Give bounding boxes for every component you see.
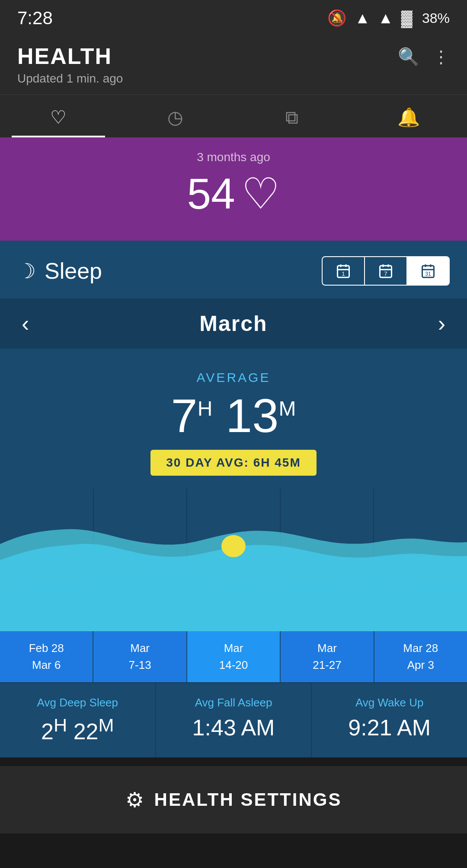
- status-icons: 🔕 ▲ ▲ ▓ 38%: [327, 9, 450, 27]
- sleep-card: ☽ Sleep 1 7: [0, 241, 467, 757]
- stat-wake-up-value: 9:21 AM: [320, 715, 458, 741]
- heart-number: 54: [187, 169, 235, 219]
- week-line1-1: Mar: [100, 640, 179, 657]
- sleep-header: ☽ Sleep 1 7: [0, 241, 467, 299]
- week-line2-3: 21-27: [288, 657, 366, 674]
- stats-row: Avg Deep Sleep 2H 22M Avg Fall Asleep 1:…: [0, 682, 467, 757]
- avg-m-label: M: [278, 397, 296, 420]
- menu-icon[interactable]: ⋮: [432, 47, 450, 67]
- tab-layers[interactable]: ⧉: [234, 95, 350, 137]
- stat-fall-asleep: Avg Fall Asleep 1:43 AM: [156, 683, 312, 757]
- cal-week-icon: 7: [378, 263, 393, 279]
- wifi-icon: ▲: [355, 9, 370, 27]
- cal-week-button[interactable]: 7: [365, 257, 407, 285]
- week-line2-2: 14-20: [194, 657, 273, 674]
- average-section: AVERAGE 7H 13M 30 DAY AVG: 6H 45M: [0, 349, 467, 476]
- cal-day-button[interactable]: 1: [323, 257, 365, 285]
- sleep-title-text: Sleep: [45, 258, 102, 284]
- cal-month-button[interactable]: 31: [407, 257, 449, 285]
- stat-wake-up: Avg Wake Up 9:21 AM: [312, 683, 467, 757]
- week-line1-0: Feb 28: [7, 640, 86, 657]
- week-block-1[interactable]: Mar 7-13: [93, 631, 187, 682]
- stat-deep-sleep-value: 2H 22M: [9, 715, 147, 744]
- svg-point-20: [221, 535, 246, 557]
- calendar-toggle: 1 7 31: [322, 256, 450, 286]
- svg-text:1: 1: [342, 270, 345, 277]
- heart-rate-subtitle: 3 months ago: [17, 150, 450, 164]
- heart-rate-value: 54 ♡: [17, 169, 450, 219]
- app-title: HEALTH: [17, 43, 123, 69]
- thirty-day-avg-badge: 30 DAY AVG: 6H 45M: [150, 450, 316, 476]
- cal-month-icon: 31: [420, 263, 436, 279]
- sleep-moon-icon: ☽: [17, 259, 36, 283]
- heart-rate-card: 3 months ago 54 ♡: [0, 137, 467, 241]
- app-bar: HEALTH Updated 1 min. ago 🔍 ⋮: [0, 35, 467, 94]
- week-block-2[interactable]: Mar 14-20: [187, 631, 281, 682]
- next-month-button[interactable]: ›: [438, 311, 445, 337]
- svg-text:31: 31: [425, 271, 431, 277]
- avg-hours: 7: [171, 389, 198, 442]
- sleep-title: ☽ Sleep: [17, 258, 102, 284]
- svg-text:7: 7: [384, 270, 387, 277]
- clock-tab-icon: ◷: [167, 107, 183, 128]
- week-line1-4: Mar 28: [381, 640, 460, 657]
- week-line2-4: Apr 3: [381, 657, 460, 674]
- week-blocks: Feb 28 Mar 6 Mar 7-13 Mar 14-20 Mar 21-2…: [0, 631, 467, 682]
- average-value: 7H 13M: [17, 392, 450, 439]
- app-subtitle: Updated 1 min. ago: [17, 72, 123, 86]
- week-line1-3: Mar: [288, 640, 366, 657]
- week-line2-0: Mar 6: [7, 657, 86, 674]
- tab-heart[interactable]: ♡: [0, 95, 117, 137]
- settings-label: HEALTH SETTINGS: [154, 789, 342, 810]
- status-bar: 7:28 🔕 ▲ ▲ ▓ 38%: [0, 0, 467, 35]
- tab-bell[interactable]: 🔔: [350, 95, 467, 137]
- settings-gear-icon: ⚙: [125, 788, 144, 812]
- search-icon[interactable]: 🔍: [398, 47, 419, 67]
- battery-percent: 38%: [422, 10, 450, 26]
- health-settings-button[interactable]: ⚙ HEALTH SETTINGS: [0, 766, 467, 833]
- heart-display-icon: ♡: [241, 169, 280, 219]
- week-block-0[interactable]: Feb 28 Mar 6: [0, 631, 93, 682]
- stat-deep-sleep-label: Avg Deep Sleep: [9, 696, 147, 709]
- avg-minutes: 13: [226, 389, 278, 442]
- layers-tab-icon: ⧉: [285, 107, 298, 128]
- month-nav: ‹ March ›: [0, 299, 467, 349]
- status-time: 7:28: [17, 8, 53, 29]
- average-label: AVERAGE: [17, 370, 450, 385]
- week-block-4[interactable]: Mar 28 Apr 3: [374, 631, 467, 682]
- prev-month-button[interactable]: ‹: [22, 311, 29, 337]
- stat-fall-asleep-value: 1:43 AM: [165, 715, 303, 741]
- battery-icon: ▓: [401, 9, 413, 27]
- avg-h-label: H: [198, 397, 213, 420]
- mute-icon: 🔕: [327, 9, 347, 27]
- month-name: March: [199, 311, 267, 336]
- stat-wake-up-label: Avg Wake Up: [320, 696, 458, 709]
- heart-tab-icon: ♡: [50, 107, 67, 128]
- tab-clock[interactable]: ◷: [117, 95, 234, 137]
- stat-deep-sleep: Avg Deep Sleep 2H 22M: [0, 683, 156, 757]
- sleep-wave-svg: [0, 489, 467, 631]
- sleep-chart: [0, 476, 467, 631]
- week-line1-2: Mar: [194, 640, 273, 657]
- stat-fall-asleep-label: Avg Fall Asleep: [165, 696, 303, 709]
- week-block-3[interactable]: Mar 21-27: [281, 631, 374, 682]
- week-line2-1: 7-13: [100, 657, 179, 674]
- signal-icon: ▲: [378, 9, 393, 27]
- tab-bar: ♡ ◷ ⧉ 🔔: [0, 94, 467, 137]
- cal-day-icon: 1: [336, 263, 351, 279]
- bell-tab-icon: 🔔: [397, 107, 420, 128]
